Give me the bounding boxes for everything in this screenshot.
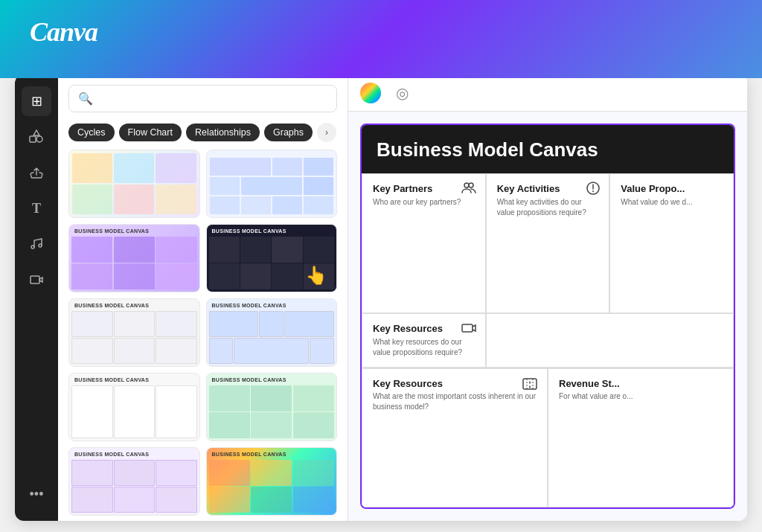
bmc-cell-title-2: Key Activities	[497, 183, 599, 194]
preview-pane: ◎ Business Model Canvas Key Partners Who…	[348, 74, 747, 521]
bmc-bottom-desc-1: What are the most important costs inhere…	[373, 391, 537, 412]
bmc-cell-key-resources-top: Key Resources What key resources do our …	[362, 313, 486, 368]
bmc-preview: Business Model Canvas Key Partners Who a…	[360, 124, 735, 509]
chip-relationships[interactable]: Relationships	[186, 124, 260, 141]
card-label-5: Business Model Canvas	[74, 303, 149, 308]
search-icon: 🔍	[78, 92, 93, 106]
sidebar-icon-music[interactable]	[22, 229, 51, 259]
circle-tool-button[interactable]: ◎	[390, 81, 414, 105]
gradient-color-button[interactable]	[360, 83, 381, 103]
chip-cycles[interactable]: Cycles	[68, 124, 115, 141]
bmc-bottom-cell-1: Key Resources What are the most importan…	[362, 368, 548, 507]
template-card-5[interactable]: Business Model Canvas	[68, 298, 200, 367]
bmc-cell-desc-1: Who are our key partners?	[373, 197, 475, 208]
template-card-8[interactable]: Business Model Canvas	[206, 373, 338, 441]
bmc-cell-icon-4	[461, 321, 476, 338]
bmc-bottom-title-2: Revenue St...	[559, 378, 723, 389]
bmc-cell-key-partners: Key Partners Who are our key partners?	[362, 173, 486, 313]
category-chips: Cycles Flow Chart Relationships Graphs ›	[58, 120, 348, 150]
sidebar-icon-shapes[interactable]	[22, 122, 51, 152]
svg-rect-5	[31, 276, 39, 283]
chip-graphs[interactable]: Graphs	[264, 124, 313, 141]
card-label-6: Business Model Canvas	[212, 303, 286, 308]
template-card-10[interactable]: BUSINESS MODEL CANVAS	[206, 447, 338, 516]
template-card-9[interactable]: BUSINESS MODEL CANVAS	[68, 447, 200, 516]
card-label-4: Business Model Canvas	[212, 228, 286, 234]
template-card-3[interactable]: BUSINESS MODEL CANVAS	[68, 224, 200, 292]
sidebar-icon-video[interactable]	[22, 265, 51, 295]
chip-arrow-right[interactable]: ›	[317, 123, 336, 142]
bmc-cell-title-1: Key Partners	[373, 183, 475, 194]
bmc-cell-value-prop: Value Propo... What value do we d...	[609, 173, 734, 313]
svg-point-1	[36, 136, 42, 142]
svg-point-4	[39, 244, 42, 247]
bmc-cell-desc-4: What key resources do our value proposit…	[373, 337, 475, 358]
template-card-4[interactable]: Business Model Canvas 👆	[206, 224, 338, 292]
bmc-cell-icon-1	[461, 182, 476, 196]
bmc-body: Key Partners Who are our key partners? K…	[362, 173, 734, 507]
template-card-2[interactable]	[206, 150, 338, 218]
bmc-cell-icon-2	[586, 182, 600, 198]
svg-point-6	[464, 183, 469, 188]
card-label-3: BUSINESS MODEL CANVAS	[74, 228, 149, 234]
sidebar: ⊞ T	[15, 74, 58, 521]
sidebar-icon-layout[interactable]: ⊞	[22, 86, 51, 116]
svg-marker-2	[33, 130, 39, 135]
bmc-cell-desc-3: What value do we d...	[621, 197, 723, 208]
preview-toolbar: ◎	[348, 74, 747, 112]
sidebar-icon-upload[interactable]	[22, 158, 51, 188]
template-panel: 🔍 Cycles Flow Chart Relationships Graphs…	[58, 74, 348, 521]
main-container: ⊞ T	[15, 74, 747, 521]
bmc-title: Business Model Canvas	[377, 138, 719, 161]
template-card-7[interactable]: Business Model Canvas	[68, 373, 200, 441]
bmc-bottom-cell-2: Revenue St... For what value are o...	[548, 368, 734, 507]
bmc-cell-title-4: Key Resources	[373, 323, 475, 334]
svg-point-7	[469, 183, 473, 188]
template-grid: BUSINESS MODEL CANVAS Business Model Can…	[58, 150, 348, 521]
bmc-cell-title-3: Value Propo...	[621, 183, 723, 194]
card-label-7: Business Model Canvas	[74, 377, 149, 382]
bmc-cell-desc-2: What key activities do our value proposi…	[497, 197, 599, 218]
bmc-header: Business Model Canvas	[362, 125, 734, 173]
card-label-10: BUSINESS MODEL CANVAS	[212, 452, 286, 457]
template-card-1[interactable]	[68, 150, 200, 218]
sidebar-more-button[interactable]: •••	[22, 479, 51, 509]
card-label-8: Business Model Canvas	[212, 377, 286, 382]
bmc-bottom-title-1: Key Resources	[373, 378, 537, 389]
bmc-bottom-icon-1	[522, 376, 538, 394]
search-input-wrap[interactable]: 🔍	[68, 85, 337, 112]
top-header: Canva	[0, 0, 762, 78]
svg-point-10	[592, 190, 594, 192]
search-bar: 🔍	[58, 74, 348, 120]
card-label-9: BUSINESS MODEL CANVAS	[74, 452, 149, 457]
bmc-bottom-row: Key Resources What are the most importan…	[362, 368, 734, 507]
search-input[interactable]	[99, 93, 327, 105]
svg-rect-11	[462, 324, 473, 332]
sidebar-icon-text[interactable]: T	[22, 193, 51, 223]
template-card-6[interactable]: Business Model Canvas	[206, 298, 338, 367]
bmc-cell-empty-1	[486, 313, 734, 368]
bmc-bottom-desc-2: For what value are o...	[559, 391, 723, 402]
bmc-cell-key-activities: Key Activities What key activities do ou…	[486, 173, 610, 313]
svg-point-3	[31, 246, 34, 249]
canva-logo: Canva	[30, 16, 97, 48]
chip-flowchart[interactable]: Flow Chart	[119, 124, 182, 141]
svg-rect-0	[30, 136, 36, 142]
